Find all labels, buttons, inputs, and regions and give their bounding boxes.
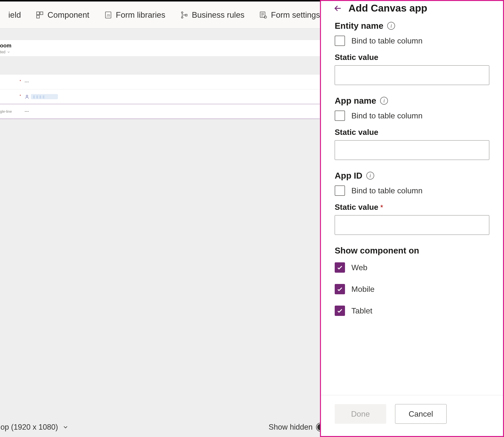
person-value-redacted: ▮▮▮▮ bbox=[31, 94, 58, 99]
toolbar-item-business-rules[interactable]: Business rules bbox=[173, 1, 252, 28]
toolbar-field-label: ield bbox=[8, 10, 21, 20]
toolbar-item-form-settings[interactable]: Form settings bbox=[252, 1, 327, 28]
show-on-label: Show component on bbox=[335, 246, 419, 255]
form-settings-icon bbox=[259, 11, 267, 19]
form-row-owner[interactable]: * ▮▮▮▮ bbox=[0, 89, 320, 104]
required-indicator: * bbox=[20, 79, 21, 83]
svg-rect-7 bbox=[185, 14, 187, 16]
appid-static-input[interactable] bbox=[335, 215, 489, 235]
form-row[interactable]: gle-line --- bbox=[0, 104, 320, 119]
show-tablet-checkbox[interactable] bbox=[335, 306, 345, 316]
check-icon bbox=[336, 264, 343, 271]
back-button[interactable] bbox=[333, 3, 343, 14]
entity-name-section: Entity name i Bind to table column Stati… bbox=[335, 21, 489, 85]
flow-icon bbox=[180, 11, 188, 19]
person-icon bbox=[25, 94, 29, 99]
svg-rect-0 bbox=[37, 12, 40, 14]
app-name-section: App name i Bind to table column Static v… bbox=[335, 96, 489, 160]
svg-point-9 bbox=[264, 16, 267, 18]
appid-bind-label: Bind to table column bbox=[351, 186, 423, 195]
app-id-label: App ID bbox=[335, 171, 362, 181]
panel-header: Add Canvas app bbox=[321, 1, 503, 21]
resolution-text: op (1920 x 1080) bbox=[0, 423, 58, 432]
required-indicator: * bbox=[20, 94, 21, 98]
toolbar-business-rules-label: Business rules bbox=[192, 10, 245, 20]
entity-bind-label: Bind to table column bbox=[351, 36, 423, 45]
chevron-down-icon bbox=[62, 424, 69, 430]
entity-bind-checkbox[interactable] bbox=[335, 36, 345, 46]
component-icon bbox=[36, 11, 44, 19]
appid-bind-checkbox[interactable] bbox=[335, 185, 345, 196]
done-button: Done bbox=[335, 404, 386, 424]
svg-point-6 bbox=[181, 16, 183, 18]
info-icon[interactable]: i bbox=[387, 22, 395, 30]
svg-point-5 bbox=[181, 12, 183, 13]
resolution-selector[interactable]: op (1920 x 1080) bbox=[0, 423, 69, 432]
show-hidden-label: Show hidden bbox=[269, 423, 313, 432]
row-type-fragment: gle-line bbox=[0, 109, 15, 113]
form-row[interactable]: * --- bbox=[0, 75, 320, 89]
field-placeholder: --- bbox=[25, 79, 29, 85]
toolbar-component-label: Component bbox=[47, 10, 89, 20]
cancel-button[interactable]: Cancel bbox=[395, 404, 447, 424]
toolbar-form-libraries-label: Form libraries bbox=[116, 10, 165, 20]
info-icon[interactable]: i bbox=[366, 172, 374, 180]
appname-static-input[interactable] bbox=[335, 140, 489, 160]
svg-point-10 bbox=[26, 95, 28, 97]
form-sub-fragment: ted bbox=[0, 50, 5, 54]
show-mobile-label: Mobile bbox=[351, 285, 374, 294]
appid-static-label: Static value * bbox=[335, 203, 489, 212]
entity-static-input[interactable] bbox=[335, 65, 489, 85]
show-web-checkbox[interactable] bbox=[335, 262, 345, 273]
required-star: * bbox=[380, 203, 383, 211]
appname-bind-label: Bind to table column bbox=[351, 111, 423, 120]
appname-bind-checkbox[interactable] bbox=[335, 111, 345, 121]
app-id-section: App ID i Bind to table column Static val… bbox=[335, 171, 489, 235]
js-file-icon: JS bbox=[104, 11, 112, 19]
field-placeholder: --- bbox=[25, 109, 29, 114]
info-icon[interactable]: i bbox=[380, 97, 388, 105]
arrow-left-icon bbox=[333, 3, 343, 13]
panel-body: Entity name i Bind to table column Stati… bbox=[321, 21, 503, 395]
person-lookup[interactable]: ▮▮▮▮ bbox=[25, 94, 58, 99]
chevron-down-icon bbox=[7, 50, 10, 54]
show-web-label: Web bbox=[351, 263, 367, 272]
show-component-on-section: Show component on Web Mobile Tablet bbox=[335, 246, 489, 316]
entity-static-label: Static value bbox=[335, 53, 489, 62]
appname-static-label: Static value bbox=[335, 128, 489, 137]
add-canvas-app-panel: Add Canvas app Entity name i Bind to tab… bbox=[320, 0, 504, 437]
app-name-label: App name bbox=[335, 96, 376, 106]
panel-title: Add Canvas app bbox=[348, 2, 427, 14]
form-fields: * --- * ▮▮▮▮ gle-line --- bbox=[0, 75, 320, 119]
show-mobile-checkbox[interactable] bbox=[335, 284, 345, 294]
toolbar-form-settings-label: Form settings bbox=[271, 10, 320, 20]
entity-name-label: Entity name bbox=[335, 21, 383, 31]
toolbar-item-form-libraries[interactable]: JS Form libraries bbox=[97, 1, 173, 28]
svg-text:JS: JS bbox=[106, 13, 110, 17]
toolbar-item-field[interactable]: ield bbox=[1, 1, 28, 28]
panel-footer: Done Cancel bbox=[321, 395, 503, 436]
svg-rect-2 bbox=[37, 15, 40, 18]
check-icon bbox=[336, 307, 343, 314]
show-tablet-label: Tablet bbox=[351, 306, 372, 315]
check-icon bbox=[336, 286, 343, 293]
svg-rect-1 bbox=[40, 12, 43, 14]
toolbar-item-component[interactable]: Component bbox=[28, 1, 97, 28]
